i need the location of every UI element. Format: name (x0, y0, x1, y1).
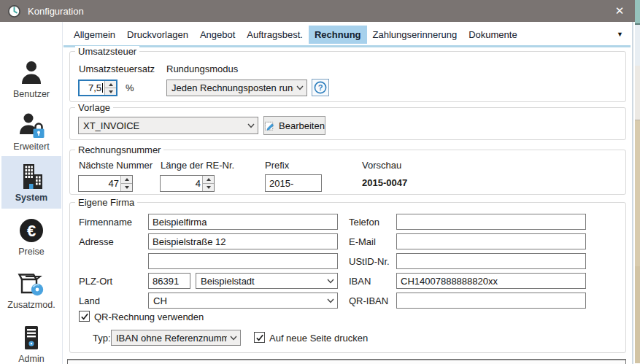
edit-template-button[interactable]: Bearbeiten (263, 116, 325, 135)
window-title: Konfiguration (28, 6, 84, 17)
tab-rechnung[interactable]: Rechnung (309, 26, 367, 44)
tab-bar: Allgemein Druckvorlagen Angebot Auftrags… (63, 24, 523, 45)
spin-up-icon[interactable] (105, 81, 116, 88)
sidebar-item-label: Benutzer (13, 89, 50, 99)
group-legend: Rechnungsnummer (75, 144, 163, 155)
next-number-spinner[interactable]: 47 (78, 175, 133, 192)
rounding-mode-select[interactable]: Jeden Rechnungsposten runden (166, 80, 307, 96)
vatid-input[interactable] (396, 253, 586, 269)
address2-input[interactable] (148, 253, 338, 269)
prefix-label: Prefix (265, 160, 289, 171)
chevron-down-icon (296, 85, 304, 90)
group-vorlage: Vorlage XT_INVOICE Bearbeiten (69, 107, 626, 140)
email-input[interactable] (396, 233, 586, 249)
iban-label: IBAN (349, 276, 371, 287)
help-button[interactable]: ? (312, 79, 329, 96)
percent-label: % (126, 82, 134, 93)
close-icon[interactable]: ✕ (610, 4, 629, 18)
iban-input[interactable] (396, 273, 586, 289)
clock-app-icon (7, 4, 21, 18)
svg-text:?: ? (318, 83, 323, 92)
euro-icon: € (18, 217, 45, 244)
window-titlebar: Konfiguration ✕ (0, 0, 635, 22)
tab-zahlungserinnerung[interactable]: Zahlungserinnerung (367, 26, 463, 44)
tab-overflow-chevron-down-icon[interactable]: ▼ (617, 31, 627, 38)
sidebar-item-label: Zusatzmod. (7, 300, 55, 310)
address-input[interactable] (148, 233, 338, 249)
spin-buttons (120, 176, 132, 191)
spin-down-icon[interactable] (203, 183, 214, 191)
phone-input[interactable] (396, 214, 586, 230)
edit-button-label: Bearbeiten (279, 120, 325, 131)
company-name-label: Firmenname (79, 217, 132, 228)
sidebar-item-preise[interactable]: € Preise (1, 210, 61, 263)
phone-label: Telefon (349, 217, 379, 228)
vat-rate-value: 7,5 (80, 82, 104, 93)
bottom-panel (67, 359, 626, 364)
address-label: Adresse (79, 236, 114, 247)
server-icon (18, 324, 45, 352)
country-select[interactable]: CH (148, 293, 338, 309)
city-select[interactable]: Beispielstadt (196, 273, 338, 289)
prefix-input[interactable] (265, 174, 322, 192)
template-select[interactable]: XT_INVOICE (78, 117, 258, 134)
tab-auftragsbest[interactable]: Auftragsbest. (241, 26, 309, 44)
sidebar-item-admin[interactable]: Admin (1, 317, 61, 364)
chevron-down-icon (327, 298, 334, 303)
preview-label: Vorschau (362, 160, 401, 171)
spin-up-icon[interactable] (203, 176, 214, 183)
sidebar-item-benutzer[interactable]: Benutzer (1, 53, 61, 105)
sidebar-item-system[interactable]: System (1, 156, 61, 209)
sidebar-item-label: Admin (18, 354, 44, 364)
vat-rate-spinner[interactable]: 7,5 (78, 80, 117, 96)
sidebar-item-erweitert[interactable]: Erweitert (1, 105, 61, 158)
vat-rate-label: Umsatzsteuersatz (79, 63, 155, 74)
window-right-border (632, 22, 633, 364)
sidebar-item-label: System (15, 193, 47, 203)
qr-invoice-checkbox-label: QR-Rechnung verwenden (94, 311, 204, 322)
template-value: XT_INVOICE (83, 120, 244, 131)
desktop-background-strip (635, 0, 640, 364)
chevron-down-icon (230, 336, 237, 341)
addon-box-icon (18, 270, 45, 298)
spin-up-icon[interactable] (121, 176, 132, 183)
zip-input[interactable] (148, 273, 190, 289)
new-page-checkbox[interactable] (254, 332, 265, 343)
spin-buttons (202, 176, 214, 191)
zip-city-label: PLZ-Ort (79, 276, 112, 287)
edit-pencil-icon (264, 120, 275, 131)
company-name-input[interactable] (148, 214, 338, 230)
next-number-label: Nächste Nummer (79, 160, 153, 171)
rounding-mode-value: Jeden Rechnungsposten runden (171, 82, 293, 93)
next-number-value: 47 (79, 178, 120, 189)
spin-down-icon[interactable] (105, 88, 116, 95)
email-label: E-Mail (349, 236, 376, 247)
group-legend: Vorlage (75, 102, 113, 113)
preview-value: 2015-0047 (362, 177, 407, 188)
vatid-label: UStID-Nr. (349, 256, 390, 267)
qr-type-select[interactable]: IBAN ohne Referenznummer (111, 330, 241, 346)
chevron-down-icon (327, 279, 334, 284)
tab-druckvorlagen[interactable]: Druckvorlagen (121, 26, 194, 44)
svg-text:€: € (27, 221, 36, 239)
number-length-spinner[interactable]: 4 (160, 175, 215, 192)
group-legend: Umsatzsteuer (75, 46, 139, 57)
country-value: CH (153, 295, 324, 306)
qr-type-value: IBAN ohne Referenznummer (116, 333, 227, 344)
sidebar-item-label: Erweitert (13, 142, 49, 152)
checkmark-icon (255, 333, 264, 342)
tab-dokumente[interactable]: Dokumente (463, 26, 523, 44)
group-rechnungsnummer: Rechnungsnummer Nächste Nummer 47 Länge … (69, 150, 626, 195)
building-icon (18, 163, 45, 190)
qriban-input[interactable] (396, 293, 586, 309)
sidebar-item-zusatzmod[interactable]: Zusatzmod. (1, 263, 61, 316)
panel-top-border (63, 45, 631, 47)
qr-invoice-checkbox[interactable] (79, 311, 90, 322)
spin-down-icon[interactable] (121, 183, 132, 191)
tab-angebot[interactable]: Angebot (194, 26, 241, 44)
tab-allgemein[interactable]: Allgemein (68, 26, 121, 44)
new-page-checkbox-label: Auf neue Seite drucken (269, 333, 368, 344)
user-icon (18, 59, 45, 87)
qriban-label: QR-IBAN (349, 295, 388, 306)
group-eigene-firma: Eigene Firma Firmenname Adresse PLZ-Ort … (69, 202, 626, 353)
